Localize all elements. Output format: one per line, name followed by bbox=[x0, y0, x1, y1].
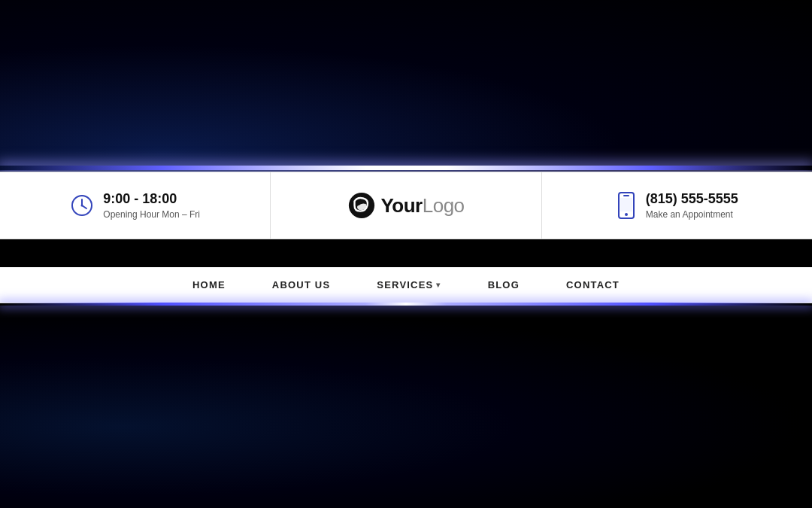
phone-section: (815) 555-5555 Make an Appointment bbox=[542, 172, 812, 239]
clock-text: 9:00 - 18:00 Opening Hour Mon – Fri bbox=[103, 191, 200, 220]
nav-about-us[interactable]: ABOUT US bbox=[268, 276, 335, 294]
bottom-glow-line bbox=[0, 303, 812, 306]
background-top bbox=[0, 0, 812, 192]
logo-section[interactable]: YourLogo bbox=[271, 172, 541, 239]
phone-text: (815) 555-5555 Make an Appointment bbox=[646, 191, 738, 220]
nav-home[interactable]: HOME bbox=[188, 276, 230, 294]
phone-icon bbox=[616, 192, 637, 219]
phone-info: (815) 555-5555 Make an Appointment bbox=[616, 191, 738, 220]
header-bar: 9:00 - 18:00 Opening Hour Mon – Fri Your… bbox=[0, 172, 812, 239]
svg-point-7 bbox=[625, 213, 628, 216]
logo-logo: Logo bbox=[423, 194, 465, 217]
background-bottom bbox=[0, 305, 812, 508]
clock-info: 9:00 - 18:00 Opening Hour Mon – Fri bbox=[70, 191, 200, 220]
nav-blog[interactable]: BLOG bbox=[483, 276, 524, 294]
phone-subtitle: Make an Appointment bbox=[646, 209, 738, 220]
svg-rect-8 bbox=[620, 198, 632, 211]
clock-icon bbox=[70, 193, 94, 217]
opening-hours: 9:00 - 18:00 bbox=[103, 191, 200, 208]
nav-contact[interactable]: CONTACT bbox=[562, 276, 624, 294]
hours-section: 9:00 - 18:00 Opening Hour Mon – Fri bbox=[0, 172, 271, 239]
logo-text: YourLogo bbox=[380, 194, 464, 217]
nav-bar: HOME ABOUT US SERVICES ▾ BLOG CONTACT bbox=[0, 267, 812, 303]
opening-subtitle: Opening Hour Mon – Fri bbox=[103, 209, 200, 220]
logo-icon bbox=[347, 191, 376, 220]
svg-rect-6 bbox=[623, 195, 629, 196]
logo-your: Your bbox=[380, 194, 422, 217]
top-glow-line bbox=[0, 166, 812, 170]
nav-services[interactable]: SERVICES ▾ bbox=[372, 276, 445, 294]
logo-wrap: YourLogo bbox=[347, 191, 464, 220]
phone-number: (815) 555-5555 bbox=[646, 191, 738, 208]
services-dropdown-arrow: ▾ bbox=[436, 281, 441, 289]
svg-point-3 bbox=[81, 205, 83, 207]
